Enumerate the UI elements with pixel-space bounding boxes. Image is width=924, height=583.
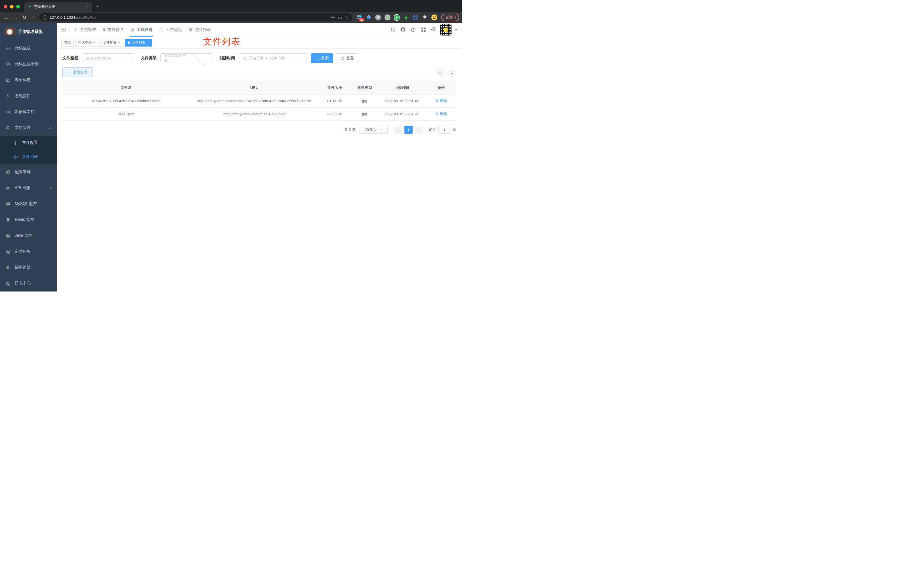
delete-button[interactable]: 删除 <box>435 97 447 104</box>
sidebar-item-code-gen[interactable]: 代码生成 <box>0 40 57 56</box>
close-window-button[interactable] <box>4 5 7 8</box>
extension-y-icon[interactable]: y <box>394 14 400 20</box>
close-icon[interactable]: × <box>147 41 149 44</box>
zoom-window-button[interactable] <box>16 5 20 8</box>
chevron-down-icon <box>50 186 52 188</box>
log-edit-icon <box>6 186 10 190</box>
window-controls[interactable] <box>0 5 25 12</box>
new-tab-button[interactable]: + <box>92 3 99 12</box>
date-end-placeholder[interactable]: 结束日期 <box>270 56 285 61</box>
nav-item-payment[interactable]: ¥ 支付管理 <box>99 23 127 36</box>
browser-menu-icon[interactable] <box>455 16 456 19</box>
yen-icon: ¥ <box>103 27 105 32</box>
search-icon[interactable] <box>390 27 396 32</box>
sidebar-item-file-manage[interactable]: 文件管理 <box>0 120 57 135</box>
log-icon <box>6 281 10 286</box>
password-key-icon[interactable] <box>331 15 335 20</box>
col-header-name: 文件名 <box>63 81 190 94</box>
file-path-input[interactable] <box>82 53 134 63</box>
browser-tab[interactable]: 芋道管理系统 × <box>25 2 92 12</box>
extension-dot-icon[interactable] <box>384 14 391 20</box>
bookmark-star-icon[interactable]: ☆ <box>345 15 348 20</box>
sidebar-item-db-doc[interactable]: 数据库文档 <box>0 104 57 120</box>
page-number-button[interactable]: 1 <box>404 126 412 134</box>
sidebar: 芋道管理系统 代码生成 代码生成示例 表单构建 系统接口 数据库文档 <box>0 23 57 292</box>
browser-update-button[interactable]: 更新 <box>441 13 459 21</box>
help-icon[interactable] <box>411 27 416 32</box>
nav-item-infra[interactable]: 基础设施 <box>127 23 156 36</box>
sidebar-item-file-list[interactable]: 文件列表 <box>0 150 57 164</box>
extension-pin-icon[interactable] <box>366 14 372 20</box>
sidebar-item-log-center[interactable]: 日志中心 <box>0 275 57 291</box>
date-start-placeholder[interactable]: 开始日期 <box>249 56 264 61</box>
date-range-picker[interactable]: 开始日期 - 结束日期 <box>239 53 307 63</box>
eye-icon <box>6 265 10 270</box>
tab-close-icon[interactable]: × <box>86 5 89 9</box>
url-bar[interactable]: i 127.0.0.1:1024/infra/file/file ☆ <box>39 13 352 21</box>
upload-file-button[interactable]: 上传文件 <box>63 67 92 77</box>
sidebar-item-java-monitor[interactable]: Java 监控 <box>0 228 57 244</box>
fontsize-icon[interactable]: тT <box>431 27 435 33</box>
reset-button[interactable]: 重置 <box>336 53 358 63</box>
nav-item-workflow[interactable]: 工作流程 <box>156 23 185 36</box>
prev-page-button[interactable]: ‹ <box>394 126 403 134</box>
sidebar-item-code-gen-demo[interactable]: 代码生成示例 <box>0 56 57 72</box>
extensions-area: 11 ⌘ y ★ <box>355 14 439 20</box>
extension-command-icon[interactable]: ⌘ <box>375 14 381 20</box>
nav-item-report[interactable]: 统计报表 <box>185 23 214 36</box>
goto-page-input[interactable] <box>439 126 450 134</box>
sidebar-item-system-api[interactable]: 系统接口 <box>0 88 57 104</box>
fullscreen-icon[interactable] <box>421 27 426 32</box>
extension-grid-icon[interactable]: 11 <box>356 14 362 20</box>
back-icon[interactable]: ← <box>3 15 10 20</box>
extension-eye-icon[interactable] <box>412 14 419 20</box>
sidebar-item-mysql-monitor[interactable]: MySQL 监控 <box>0 196 57 212</box>
file-type-select[interactable]: 请选择文件类型 <box>160 53 212 63</box>
sidebar-item-form-builder[interactable]: 表单构建 <box>0 72 57 88</box>
sidebar-item-file-config[interactable]: 文件配置 <box>0 135 57 150</box>
database-icon <box>6 109 10 114</box>
delete-button[interactable]: 删除 <box>435 111 447 117</box>
home-icon[interactable]: ⌂ <box>29 15 37 20</box>
extension-star-icon[interactable]: ★ <box>403 14 409 20</box>
github-icon[interactable] <box>401 27 406 32</box>
sidebar-item-redis-monitor[interactable]: Redis 监控 <box>0 212 57 228</box>
red-annotation-text: 文件列表 <box>203 36 241 48</box>
avatar[interactable] <box>440 24 452 35</box>
main-area: 系统管理 ¥ 支付管理 基础设施 工作流程 <box>57 23 462 292</box>
share-icon[interactable] <box>338 15 342 20</box>
app-logo: 芋道管理系统 <box>0 23 57 40</box>
sidebar-item-tracing[interactable]: 链路追踪 <box>0 259 57 275</box>
tag-home[interactable]: 首页 <box>61 39 74 46</box>
active-dot-icon <box>128 41 130 44</box>
table-search-button[interactable] <box>436 68 444 77</box>
reload-icon[interactable]: ↻ <box>20 15 28 20</box>
page-unit-label: 页 <box>453 127 456 132</box>
puzzle-extensions-icon[interactable] <box>422 14 428 20</box>
trash-icon <box>435 112 439 116</box>
sidebar-item-config-manage[interactable]: 配置管理 <box>0 164 57 180</box>
close-icon[interactable]: × <box>94 41 96 44</box>
sidebar-item-scheduled-jobs[interactable]: 定时任务 <box>0 244 57 259</box>
site-info-icon[interactable]: i <box>43 15 47 20</box>
forward-icon[interactable]: → <box>12 15 19 20</box>
profile-emoji-icon[interactable] <box>431 14 437 20</box>
tag-profile[interactable]: 个人中心 × <box>76 39 99 46</box>
file-list-page: 文件路径 文件类型 请选择文件类型 创建时间 开始日期 - 结束日期 <box>57 49 462 134</box>
sidebar-item-api-log[interactable]: API 日志 <box>0 180 57 196</box>
sidebar-collapse-button[interactable] <box>61 27 67 33</box>
url-text[interactable]: 127.0.0.1:1024/infra/file/file <box>50 15 328 20</box>
nav-item-system[interactable]: 系统管理 <box>70 23 99 36</box>
tag-file-list[interactable]: 文件列表 × <box>125 39 152 46</box>
col-header-size: 文件大小 <box>318 81 352 94</box>
page-size-select[interactable]: 10条/页 <box>360 126 388 134</box>
minimize-window-button[interactable] <box>10 5 13 8</box>
close-icon[interactable]: × <box>118 41 120 44</box>
next-page-button[interactable]: › <box>414 126 422 134</box>
table-refresh-button[interactable] <box>447 68 456 77</box>
search-button[interactable]: 搜索 <box>311 53 333 63</box>
caret-down-icon[interactable] <box>455 29 457 31</box>
col-header-action: 操作 <box>426 81 456 94</box>
tag-file-config[interactable]: 文件配置 × <box>100 39 123 46</box>
table-row: a294ecb2-73dd-4353-bf40-296b8931d0bf htt… <box>63 94 456 107</box>
